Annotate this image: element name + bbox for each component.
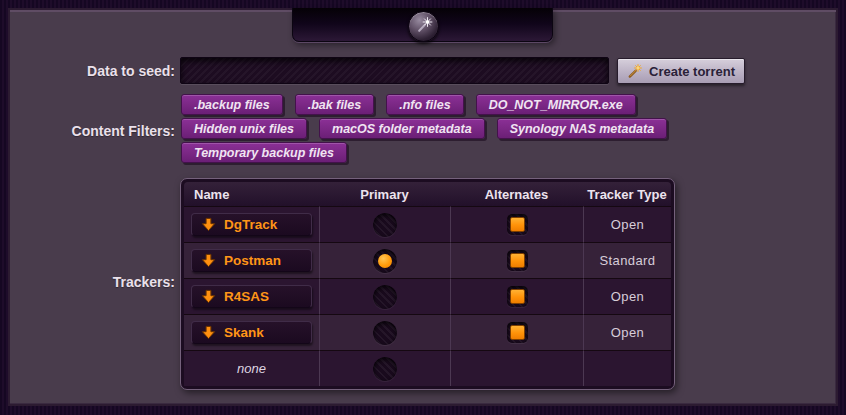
tracker-name-cell: none bbox=[184, 350, 319, 386]
filter-chip[interactable]: .backup files bbox=[181, 94, 283, 115]
primary-radio[interactable] bbox=[373, 249, 397, 273]
magic-wand-icon bbox=[627, 63, 643, 79]
download-arrow-icon bbox=[201, 289, 216, 304]
data-to-seed-input[interactable] bbox=[180, 57, 609, 84]
alternates-checkbox[interactable] bbox=[507, 286, 528, 307]
trackers-label: Trackers: bbox=[0, 274, 175, 290]
tracker-primary-cell bbox=[319, 278, 450, 314]
tracker-name-cell: R4SAS bbox=[184, 278, 319, 314]
download-arrow-icon bbox=[201, 217, 216, 232]
tracker-alternates-cell bbox=[450, 278, 583, 314]
tracker-primary-cell bbox=[319, 314, 450, 350]
tracker-type-label: Open bbox=[611, 217, 644, 232]
tracker-type-label: Open bbox=[611, 325, 644, 340]
tracker-name-cell: Postman bbox=[184, 242, 319, 278]
data-to-seed-label: Data to seed: bbox=[0, 63, 175, 79]
trackers-table: NamePrimaryAlternatesTracker TypeDgTrack… bbox=[180, 178, 675, 390]
filter-chip-row: Hidden unix filesmacOS folder metadataSy… bbox=[181, 118, 667, 139]
filter-chip-row: .backup files.bak files.nfo filesDO_NOT_… bbox=[181, 94, 667, 115]
tracker-none-label: none bbox=[237, 361, 266, 376]
alternates-checkbox[interactable] bbox=[507, 250, 528, 271]
filter-chip-row: Temporary backup files bbox=[181, 142, 667, 163]
tracker-type-cell: Open bbox=[583, 278, 671, 314]
tracker-type-cell: Open bbox=[583, 206, 671, 242]
filter-chip[interactable]: DO_NOT_MIRROR.exe bbox=[476, 94, 636, 115]
alternates-checkbox[interactable] bbox=[507, 214, 528, 235]
primary-radio[interactable] bbox=[373, 321, 397, 345]
tracker-alternates-cell bbox=[450, 314, 583, 350]
tracker-type-cell: Standard bbox=[583, 242, 671, 278]
tracker-primary-cell bbox=[319, 242, 450, 278]
download-arrow-icon bbox=[201, 253, 216, 268]
tracker-name-button[interactable]: DgTrack bbox=[191, 213, 312, 236]
tracker-name-label: DgTrack bbox=[224, 217, 277, 232]
create-torrent-button-label: Create torrent bbox=[649, 64, 735, 79]
tracker-name-label: R4SAS bbox=[224, 289, 269, 304]
tracker-column-header: Primary bbox=[319, 182, 450, 206]
tracker-column-header: Alternates bbox=[450, 182, 583, 206]
content-filters-label: Content Filters: bbox=[0, 123, 175, 139]
tracker-name-cell: DgTrack bbox=[184, 206, 319, 242]
magic-wand-orb-button[interactable] bbox=[408, 11, 439, 42]
primary-radio[interactable] bbox=[373, 213, 397, 237]
filter-chip[interactable]: .nfo files bbox=[386, 94, 463, 115]
create-torrent-button[interactable]: Create torrent bbox=[617, 58, 745, 84]
trackers-table-grid: NamePrimaryAlternatesTracker TypeDgTrack… bbox=[184, 182, 671, 386]
tracker-type-label: Open bbox=[611, 289, 644, 304]
tracker-name-cell: Skank bbox=[184, 314, 319, 350]
tracker-name-label: Skank bbox=[224, 325, 264, 340]
magic-wand-icon bbox=[414, 15, 434, 39]
tracker-name-label: Postman bbox=[224, 253, 281, 268]
app-window: Data to seed: Create torrent Content Fil… bbox=[0, 0, 846, 415]
tracker-alternates-cell bbox=[450, 350, 583, 386]
top-toolbar bbox=[292, 8, 553, 42]
filter-chip[interactable]: macOS folder metadata bbox=[319, 118, 485, 139]
tracker-name-button[interactable]: Skank bbox=[191, 321, 312, 344]
tracker-type-cell bbox=[583, 350, 671, 386]
filter-chip[interactable]: .bak files bbox=[295, 94, 375, 115]
tracker-type-label: Standard bbox=[600, 253, 656, 268]
tracker-name-button[interactable]: Postman bbox=[191, 249, 312, 272]
primary-radio[interactable] bbox=[373, 285, 397, 309]
filter-chip-rows: .backup files.bak files.nfo filesDO_NOT_… bbox=[181, 94, 667, 163]
primary-radio[interactable] bbox=[373, 357, 397, 381]
filter-chip[interactable]: Temporary backup files bbox=[181, 142, 347, 163]
tracker-type-cell: Open bbox=[583, 314, 671, 350]
tracker-primary-cell bbox=[319, 206, 450, 242]
alternates-checkbox[interactable] bbox=[507, 322, 528, 343]
tracker-column-header: Name bbox=[184, 182, 319, 206]
download-arrow-icon bbox=[201, 325, 216, 340]
tracker-primary-cell bbox=[319, 350, 450, 386]
tracker-name-button[interactable]: R4SAS bbox=[191, 285, 312, 308]
tracker-alternates-cell bbox=[450, 206, 583, 242]
filter-chip[interactable]: Hidden unix files bbox=[181, 118, 307, 139]
tracker-column-header: Tracker Type bbox=[583, 182, 671, 206]
tracker-alternates-cell bbox=[450, 242, 583, 278]
filter-chip[interactable]: Synology NAS metadata bbox=[497, 118, 667, 139]
